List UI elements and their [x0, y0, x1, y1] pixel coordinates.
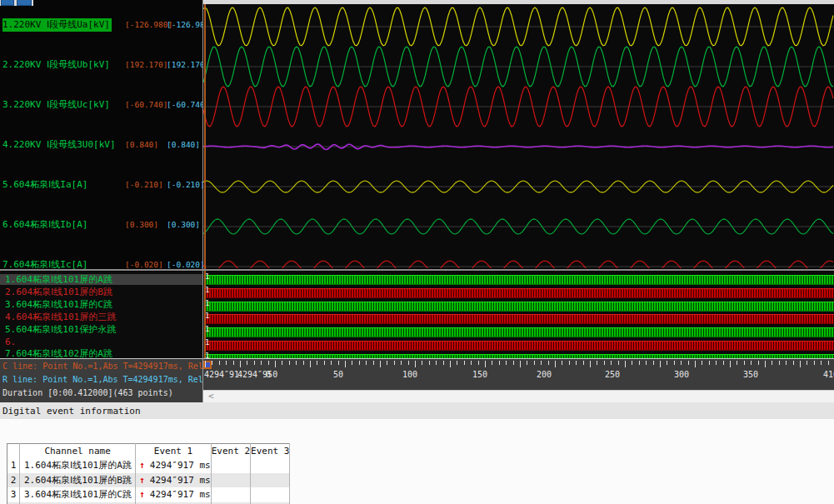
ruler-tick — [506, 361, 507, 365]
scroll-left-arrow-icon[interactable]: < — [208, 391, 214, 402]
ruler-tick — [765, 361, 766, 367]
analog-value-secondary: [-0.020] — [167, 260, 202, 269]
horizontal-splitter[interactable] — [0, 269, 834, 271]
cursor-line[interactable] — [204, 4, 206, 358]
event-table-row[interactable]: 11.604柘泉Ⅰ线101屏的A跳↑4294″917 ms — [7, 458, 290, 473]
ruler-tick — [779, 361, 780, 365]
ruler-tick — [464, 361, 465, 365]
event2-cell — [211, 487, 250, 502]
digital-trace-area[interactable]: 1111111 — [203, 272, 834, 358]
rising-edge-icon: ↑ — [139, 475, 145, 486]
ruler-tick — [751, 361, 752, 365]
ruler-tick — [415, 361, 416, 367]
r-line-status: R line: Point No.=1,Abs T=4294917ms, Rel… — [2, 375, 202, 384]
digital-trace-bar: 1 — [204, 341, 834, 351]
ruler-tick — [821, 361, 822, 365]
ruler-tick — [282, 361, 282, 365]
event-table-header-row: Channel nameEvent 1Event 2Event 3 — [7, 444, 290, 459]
digital-channel-label: 5.604柘泉Ⅰ线101保护永跳 — [0, 324, 202, 335]
analog-channel-row[interactable]: 7.604柘泉Ⅰ线Ic[A][-0.020][-0.020] — [0, 258, 202, 269]
analog-channel-row[interactable]: 4.220KV Ⅰ段母线3U0[kV][0.840][0.840] — [0, 138, 202, 150]
ruler-tick — [541, 361, 542, 365]
ruler-tick — [737, 361, 737, 365]
event2-cell — [211, 473, 250, 488]
time-ruler[interactable]: 4294″914294″950050100150200250300350410 — [203, 359, 834, 390]
event-time: 4294″917 ms — [150, 475, 211, 486]
ruler-tick — [611, 361, 612, 365]
ruler-tick — [555, 361, 556, 367]
analog-channel-label: 4.220KV Ⅰ段母线3U0[kV] — [2, 138, 116, 151]
digital-channel-label: 4.604柘泉Ⅰ线101屏的三跳 — [0, 312, 202, 322]
analog-channel-row[interactable]: 3.220KV Ⅰ段母线Uc[kV][-60.740][-60.740] — [0, 98, 202, 110]
digital-channel-label: 1.604柘泉Ⅰ线101屏的A跳 — [0, 274, 202, 285]
ruler-tick — [338, 361, 339, 365]
digital-trace-bar: 1 — [204, 275, 834, 285]
event-row-number: 1 — [7, 458, 20, 473]
event-table: Channel nameEvent 1Event 2Event 311.604柘… — [7, 443, 290, 504]
c-line-status: C line: Point No.=1,Abs T=4294917ms, Rel… — [2, 362, 202, 371]
rising-edge-icon: ↑ — [139, 460, 145, 471]
waveform-canvas[interactable] — [203, 4, 834, 268]
analog-channel-row[interactable]: 1.220KV Ⅰ段母线Ua[kV][-126.980][-126.980] — [0, 18, 202, 30]
digital-channel-row[interactable]: 4.604柘泉Ⅰ线101屏的三跳 — [0, 312, 202, 322]
ruler-tick — [492, 361, 492, 365]
event-channel-name: 2.604柘泉Ⅰ线101屏的B跳 — [20, 473, 136, 488]
digital-channel-row[interactable]: 3.604柘泉Ⅰ线101屏的C跳 — [0, 299, 202, 310]
ruler-tick-label: 4294″950 — [237, 370, 277, 379]
toolbar — [0, 0, 33, 6]
analog-channel-label: 6.604柘泉Ⅰ线Ib[A] — [2, 218, 87, 231]
analog-channel-list[interactable]: 1.220KV Ⅰ段母线Ua[kV][-126.980][-126.980]2.… — [0, 0, 202, 269]
ruler-tick-label: 100 — [402, 370, 417, 379]
analog-channel-row[interactable]: 2.220KV Ⅰ段母线Ub[kV][192.170][192.170] — [0, 58, 202, 70]
analog-channel-label: 1.220KV Ⅰ段母线Ua[kV] — [2, 18, 112, 32]
analog-value-secondary: [-0.210] — [167, 180, 202, 189]
digital-channel-row[interactable]: 6. — [0, 337, 202, 347]
analog-value-primary: [-126.980] — [125, 20, 172, 29]
ruler-tick — [359, 361, 360, 365]
ruler-tick — [450, 361, 451, 367]
event2-cell — [211, 458, 250, 473]
ruler-tick — [401, 361, 402, 365]
ruler-tick — [254, 361, 255, 365]
ruler-tick — [240, 361, 241, 367]
toolbar-button-1[interactable] — [1, 0, 14, 6]
analog-channel-row[interactable]: 6.604柘泉Ⅰ线Ib[A][0.300][0.300] — [0, 218, 202, 230]
ruler-tick — [443, 361, 444, 365]
event-row-number: 2 — [7, 473, 20, 488]
duration-status: Duration [0:00.412000](463 points) — [2, 388, 173, 397]
digital-channel-label: 3.604柘泉Ⅰ线101屏的C跳 — [0, 299, 202, 310]
ruler-tick — [793, 361, 794, 365]
ruler-tick — [618, 361, 619, 365]
digital-channel-row[interactable]: 5.604柘泉Ⅰ线101保护永跳 — [0, 324, 202, 335]
ruler-tick — [702, 361, 702, 365]
ruler-tick — [429, 361, 430, 365]
ruler-tick — [758, 361, 759, 365]
waveform-svg — [203, 4, 834, 268]
vertical-panel-divider — [202, 0, 203, 402]
ruler-tick — [394, 361, 395, 365]
event-table-row[interactable]: 33.604柘泉Ⅰ线101屏的C跳↑4294″917 ms — [7, 487, 290, 502]
analog-value-primary: [0.300] — [125, 220, 158, 229]
toolbar-button-2[interactable] — [17, 0, 32, 6]
event1-cell: ↑4294″917 ms — [136, 487, 211, 502]
ruler-tick — [275, 361, 276, 367]
ruler-tick — [639, 361, 640, 365]
analog-value-primary: [-60.740] — [125, 100, 167, 109]
analog-channel-label: 5.604柘泉Ⅰ线Ia[A] — [2, 178, 87, 191]
digital-channel-row[interactable]: 7.604柘泉Ⅰ线102屏的A跳 — [0, 348, 202, 358]
ruler-tick — [380, 361, 381, 367]
ruler-tick — [730, 361, 731, 367]
ruler-tick — [597, 361, 597, 365]
digital-channel-row[interactable]: 2.604柘泉Ⅰ线101屏的B跳 — [0, 287, 202, 297]
ruler-tick — [331, 361, 332, 365]
event-table-row[interactable]: 22.604柘泉Ⅰ线101屏的B跳↑4294″917 ms — [7, 473, 290, 488]
digital-channel-row[interactable]: 1.604柘泉Ⅰ线101屏的A跳 — [0, 274, 202, 285]
analog-channel-label: 3.220KV Ⅰ段母线Uc[kV] — [2, 98, 110, 111]
digital-channel-list[interactable]: 1.604柘泉Ⅰ线101屏的A跳2.604柘泉Ⅰ线101屏的B跳3.604柘泉Ⅰ… — [0, 272, 202, 358]
ruler-tick — [457, 361, 457, 365]
event3-cell — [251, 473, 290, 488]
ruler-tick-label: 0 — [266, 370, 271, 379]
analog-channel-row[interactable]: 5.604柘泉Ⅰ线Ia[A][-0.210][-0.210] — [0, 178, 202, 190]
horizontal-scrollbar[interactable]: < — [203, 390, 834, 402]
ruler-tick-label: 200 — [537, 370, 552, 379]
